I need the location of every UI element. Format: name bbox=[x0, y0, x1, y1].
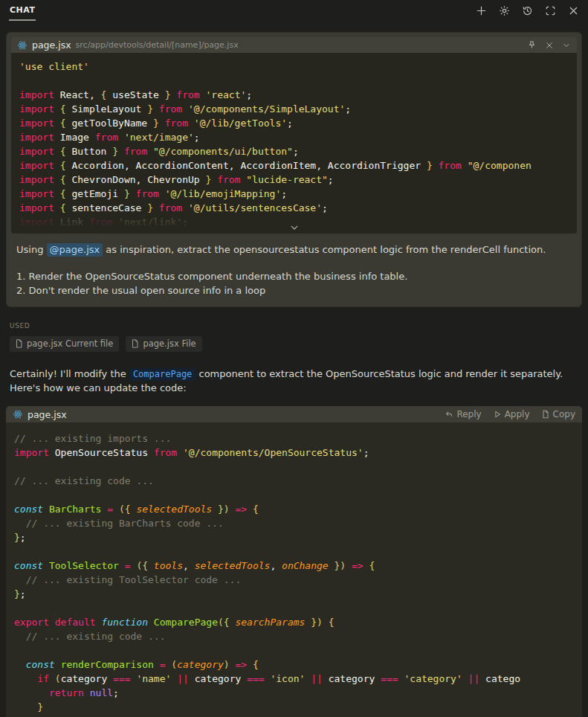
file-mention-chip[interactable]: @page.jsx bbox=[47, 243, 103, 257]
apply-label: Apply bbox=[505, 409, 530, 419]
react-file-icon bbox=[17, 40, 28, 51]
user-message-text: Using @page.jsx as inspiration, extract … bbox=[11, 234, 577, 299]
code-line: import { ChevronDown, ChevronUp } from "… bbox=[19, 173, 577, 187]
user-code-lines: 'use client' import React, { useState } … bbox=[11, 53, 577, 234]
file-name: page.jsx bbox=[28, 409, 440, 420]
code-line: // ... existing code ... bbox=[14, 474, 582, 488]
code-line: import { getEmoji } from '@/lib/emojiMap… bbox=[19, 187, 577, 201]
code-line bbox=[14, 643, 582, 657]
code-fade-overlay bbox=[11, 211, 577, 234]
code-line: export default function ComparePage({ se… bbox=[14, 615, 582, 629]
code-line: // ... existing ToolSelector code ... bbox=[14, 573, 582, 587]
code-line bbox=[19, 74, 577, 88]
reply-button[interactable]: Reply bbox=[445, 409, 481, 419]
copy-button[interactable]: Copy bbox=[541, 409, 575, 419]
chip-label: page.jsx File bbox=[143, 338, 196, 349]
code-line: 'use client' bbox=[19, 60, 577, 74]
open-in-editor-icon[interactable] bbox=[545, 5, 556, 16]
tab-chat[interactable]: CHAT bbox=[9, 4, 36, 21]
inline-code-span: ComparePage bbox=[129, 368, 196, 381]
reply-label: Reply bbox=[456, 409, 481, 419]
assistant-intro-text: Certainly! I'll modify the ComparePage c… bbox=[10, 367, 578, 395]
code-line: const BarCharts = ({ selectedTools }) =>… bbox=[14, 502, 582, 516]
code-line: import { Button } from "@/components/ui/… bbox=[19, 144, 577, 158]
apply-button[interactable]: Apply bbox=[493, 409, 530, 419]
code-line bbox=[14, 601, 582, 615]
code-line: import React, { useState } from 'react'; bbox=[19, 88, 577, 102]
user-code-block: page.jsx src/app/devtools/detail/[name]/… bbox=[11, 37, 577, 234]
context-chip-file[interactable]: page.jsx File bbox=[126, 336, 201, 352]
user-intro-line: Using @page.jsx as inspiration, extract … bbox=[16, 243, 572, 257]
remove-file-icon[interactable] bbox=[545, 41, 554, 50]
code-line: if (category === 'name' || category === … bbox=[14, 672, 582, 686]
new-chat-icon[interactable] bbox=[476, 5, 487, 16]
close-icon[interactable] bbox=[568, 5, 579, 16]
used-label: USED bbox=[10, 322, 578, 329]
user-message: page.jsx src/app/devtools/detail/[name]/… bbox=[6, 32, 582, 307]
code-line: }; bbox=[14, 587, 582, 601]
history-icon[interactable] bbox=[522, 5, 533, 16]
code-line bbox=[14, 544, 582, 559]
code-line: import Image from 'next/image'; bbox=[19, 130, 577, 144]
gear-icon[interactable] bbox=[499, 5, 510, 16]
code-line: import { SimpleLayout } from '@/componen… bbox=[19, 102, 577, 116]
code-line: import { Accordion, AccordionContent, Ac… bbox=[19, 158, 577, 173]
code-line: }; bbox=[14, 530, 582, 544]
used-context-section: USED page.jsx Current file page.jsx File bbox=[10, 322, 578, 352]
list-item: 2. Don't render the usual open source in… bbox=[16, 283, 572, 298]
code-line: // ... existing code ... bbox=[14, 629, 582, 643]
code-block-header: page.jsx src/app/devtools/detail/[name]/… bbox=[11, 37, 577, 53]
code-block-header: page.jsx Reply Apply Copy bbox=[6, 406, 582, 422]
chip-label: page.jsx Current file bbox=[27, 338, 113, 349]
code-line bbox=[14, 488, 582, 502]
copy-label: Copy bbox=[553, 409, 575, 419]
chevron-down-icon[interactable] bbox=[562, 41, 571, 50]
expand-code-chevron-icon[interactable] bbox=[288, 223, 300, 233]
chat-panel-topbar: CHAT bbox=[0, 0, 588, 26]
react-file-icon bbox=[13, 409, 23, 419]
code-line: const ToolSelector = ({ tools, selectedT… bbox=[14, 559, 582, 573]
context-chip-current-file[interactable]: page.jsx Current file bbox=[10, 336, 119, 352]
code-line: } bbox=[14, 700, 582, 714]
topbar-actions bbox=[476, 4, 579, 16]
code-line: // ... existing BarCharts code ... bbox=[14, 516, 582, 530]
code-line bbox=[14, 460, 582, 474]
file-name: page.jsx bbox=[32, 39, 71, 51]
user-instruction-list: 1. Render the OpenSourceStatus component… bbox=[16, 269, 572, 298]
code-line: import OpenSourceStatus from '@/componen… bbox=[14, 446, 582, 460]
code-line: return null; bbox=[14, 686, 582, 700]
file-path: src/app/devtools/detail/[name]/page.jsx bbox=[76, 40, 523, 50]
assistant-code-lines: // ... existing imports ...import OpenSo… bbox=[6, 422, 582, 717]
code-line: // ... existing imports ... bbox=[14, 431, 582, 446]
pin-icon[interactable] bbox=[527, 40, 537, 50]
list-item: 1. Render the OpenSourceStatus component… bbox=[16, 269, 572, 283]
code-line: const renderComparison = (category) => { bbox=[14, 657, 582, 672]
code-line: import { getToolByName } from '@/lib/get… bbox=[19, 116, 577, 130]
assistant-code-block: page.jsx Reply Apply Copy // ... existin… bbox=[6, 406, 582, 717]
